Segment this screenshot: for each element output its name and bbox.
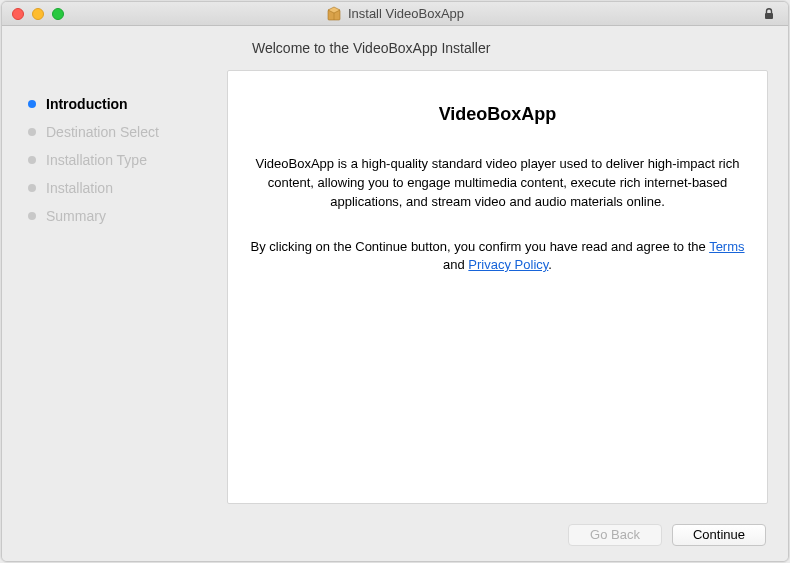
svg-rect-1 — [765, 13, 773, 19]
sidebar-item-label: Summary — [46, 208, 106, 224]
lock-icon[interactable] — [762, 7, 776, 21]
panel-body: VideoBoxApp is a high-quality standard v… — [248, 155, 747, 212]
bullet-icon — [28, 212, 36, 220]
sidebar-item-introduction: Introduction — [22, 90, 227, 118]
titlebar: Install VideoBoxApp — [2, 2, 788, 26]
traffic-lights — [2, 8, 64, 20]
consent-text-pre: By clicking on the Continue button, you … — [250, 239, 709, 254]
consent-text-end: . — [548, 257, 552, 272]
sidebar-item-label: Installation — [46, 180, 113, 196]
window-title-text: Install VideoBoxApp — [348, 6, 464, 21]
bullet-icon — [28, 184, 36, 192]
installer-window: Install VideoBoxApp Welcome to the Video… — [1, 1, 789, 562]
sidebar-item-installation: Installation — [22, 174, 227, 202]
sidebar-item-summary: Summary — [22, 202, 227, 230]
minimize-button[interactable] — [32, 8, 44, 20]
panel-consent: By clicking on the Continue button, you … — [248, 238, 747, 276]
bullet-icon — [28, 128, 36, 136]
sidebar-item-label: Introduction — [46, 96, 128, 112]
content-area: Welcome to the VideoBoxApp Installer Int… — [2, 26, 788, 561]
zoom-button[interactable] — [52, 8, 64, 20]
button-row: Go Back Continue — [2, 509, 788, 561]
content-panel: VideoBoxApp VideoBoxApp is a high-qualit… — [227, 70, 768, 504]
go-back-button: Go Back — [568, 524, 662, 546]
consent-text-mid: and — [443, 257, 468, 272]
sidebar-item-installation-type: Installation Type — [22, 146, 227, 174]
page-title: Welcome to the VideoBoxApp Installer — [2, 26, 788, 70]
bullet-active-icon — [28, 100, 36, 108]
sidebar-item-label: Installation Type — [46, 152, 147, 168]
main-row: Introduction Destination Select Installa… — [2, 70, 788, 509]
package-icon — [326, 6, 342, 22]
bullet-icon — [28, 156, 36, 164]
sidebar: Introduction Destination Select Installa… — [22, 70, 227, 504]
sidebar-item-label: Destination Select — [46, 124, 159, 140]
sidebar-item-destination: Destination Select — [22, 118, 227, 146]
continue-button[interactable]: Continue — [672, 524, 766, 546]
window-title: Install VideoBoxApp — [2, 6, 788, 22]
privacy-link[interactable]: Privacy Policy — [468, 257, 548, 272]
terms-link[interactable]: Terms — [709, 239, 744, 254]
close-button[interactable] — [12, 8, 24, 20]
panel-heading: VideoBoxApp — [248, 101, 747, 127]
